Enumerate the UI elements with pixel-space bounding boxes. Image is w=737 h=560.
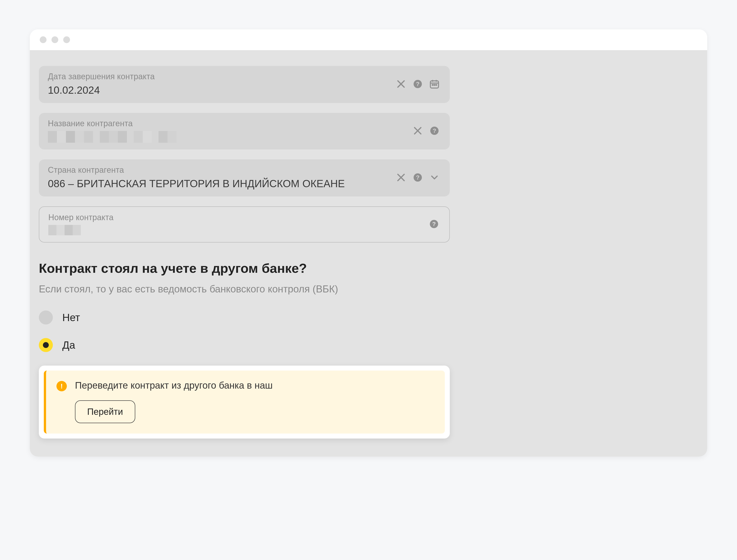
alert-message: Переведите контракт из другого банка в н… bbox=[75, 380, 434, 391]
radio-option-yes[interactable]: Да bbox=[39, 338, 450, 352]
svg-text:?: ? bbox=[416, 81, 420, 87]
window-maximize-dot[interactable] bbox=[63, 36, 70, 43]
clear-icon[interactable] bbox=[411, 124, 424, 137]
help-icon[interactable]: ? bbox=[428, 124, 441, 137]
radio-option-no[interactable]: Нет bbox=[39, 310, 450, 324]
alert-action-button[interactable]: Перейти bbox=[75, 400, 135, 423]
calendar-icon[interactable] bbox=[428, 78, 441, 90]
svg-point-8 bbox=[432, 84, 433, 85]
radio-indicator bbox=[39, 310, 53, 324]
radio-label: Нет bbox=[62, 311, 80, 324]
svg-text:?: ? bbox=[416, 174, 420, 181]
redacted-value bbox=[48, 225, 423, 235]
field-counterparty-name[interactable]: Название контрагента ? bbox=[39, 113, 450, 149]
svg-point-10 bbox=[436, 84, 437, 85]
svg-point-9 bbox=[434, 84, 435, 85]
question-heading: Контракт стоял на учете в другом банке? bbox=[39, 261, 450, 276]
clear-icon[interactable] bbox=[395, 171, 407, 184]
app-body: Дата завершения контракта 10.02.2024 ? bbox=[30, 50, 707, 457]
field-counterparty-country[interactable]: Страна контрагента 086 – БРИТАНСКАЯ ТЕРР… bbox=[39, 159, 450, 196]
field-value: 086 – БРИТАНСКАЯ ТЕРРИТОРИЯ В ИНДИЙСКОМ … bbox=[48, 177, 390, 190]
radio-indicator bbox=[39, 338, 53, 352]
chevron-down-icon[interactable] bbox=[428, 171, 441, 184]
field-label: Дата завершения контракта bbox=[48, 72, 390, 81]
field-contract-number[interactable]: Номер контракта ? bbox=[39, 206, 450, 243]
question-subtext: Если стоял, то у вас есть ведомость банк… bbox=[39, 283, 450, 295]
window-close-dot[interactable] bbox=[40, 36, 47, 43]
help-icon[interactable]: ? bbox=[428, 218, 440, 230]
svg-text:?: ? bbox=[433, 128, 436, 134]
warning-icon: ! bbox=[56, 381, 67, 391]
alert-card: ! Переведите контракт из другого банка в… bbox=[39, 366, 450, 439]
app-window: Дата завершения контракта 10.02.2024 ? bbox=[30, 29, 707, 457]
field-label: Страна контрагента bbox=[48, 165, 390, 175]
field-label: Название контрагента bbox=[48, 119, 407, 128]
window-titlebar bbox=[30, 29, 707, 50]
svg-text:?: ? bbox=[432, 221, 436, 227]
clear-icon[interactable] bbox=[395, 78, 407, 90]
redacted-value bbox=[48, 131, 407, 143]
help-icon[interactable]: ? bbox=[411, 78, 424, 90]
field-value: 10.02.2024 bbox=[48, 84, 390, 96]
window-minimize-dot[interactable] bbox=[51, 36, 58, 43]
help-icon[interactable]: ? bbox=[411, 171, 424, 184]
field-contract-end-date[interactable]: Дата завершения контракта 10.02.2024 ? bbox=[39, 66, 450, 103]
field-label: Номер контракта bbox=[48, 213, 423, 222]
radio-label: Да bbox=[62, 339, 75, 351]
